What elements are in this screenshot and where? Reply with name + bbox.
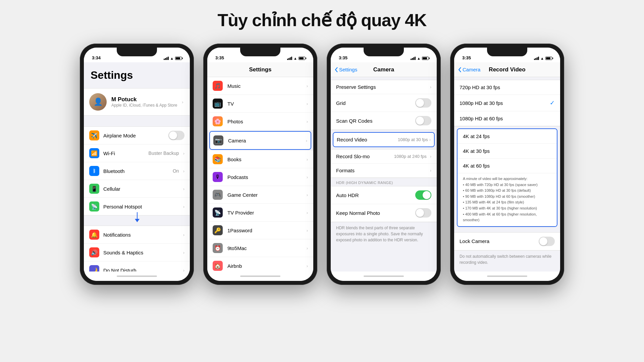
home-indicator-3 bbox=[364, 276, 404, 277]
lock-camera-group: Lock Camera bbox=[454, 232, 560, 251]
books-chevron: › bbox=[307, 157, 308, 162]
app-tvprovider[interactable]: 📡 TV Provider › bbox=[207, 204, 313, 222]
phone-2: 3:35 ▲ Settings 🎵 Mus bbox=[203, 44, 317, 285]
app-books[interactable]: 📚 Books › bbox=[207, 150, 313, 168]
grid-row[interactable]: Grid bbox=[331, 94, 437, 112]
rv-4k30[interactable]: 4K at 30 fps bbox=[458, 144, 557, 159]
autohdr-row[interactable]: Auto HDR bbox=[331, 186, 437, 204]
grid-toggle[interactable] bbox=[415, 98, 431, 108]
camera-back-btn[interactable]: Camera bbox=[458, 67, 480, 72]
scanqr-row[interactable]: Scan QR Codes bbox=[331, 112, 437, 130]
scanqr-label: Scan QR Codes bbox=[336, 118, 412, 124]
hdr-description: HDR blends the best parts of three separ… bbox=[331, 222, 437, 246]
preserve-settings-row[interactable]: Preserve Settings › bbox=[331, 80, 437, 94]
rv-4k60[interactable]: 4K at 60 fps bbox=[458, 159, 557, 173]
wifi-row[interactable]: 📶 Wi-Fi Buster Backup › bbox=[84, 144, 190, 162]
record-video-value: 1080p at 30 fps bbox=[398, 137, 428, 142]
camera-highlighted-row[interactable]: 📷 Camera › bbox=[209, 131, 311, 150]
time-3: 3:35 bbox=[339, 55, 347, 60]
lock-camera-desc: Do not automatically switch between came… bbox=[454, 251, 560, 268]
lock-camera-row[interactable]: Lock Camera bbox=[454, 233, 560, 250]
9to5mac-chevron: › bbox=[307, 246, 308, 251]
profile-chevron: › bbox=[182, 100, 183, 105]
phone4-content: 720p HD at 30 fps 1080p HD at 30 fps ✓ 1… bbox=[454, 77, 560, 272]
bottom-bar-3 bbox=[331, 272, 437, 281]
back-chevron-icon-4 bbox=[458, 67, 462, 72]
rv-1080p60-label: 1080p HD at 60 fps bbox=[460, 116, 555, 121]
music-label: Music bbox=[227, 83, 302, 89]
scanqr-toggle[interactable] bbox=[415, 116, 431, 125]
settings-back-btn[interactable]: Settings bbox=[335, 67, 357, 72]
battery-icon-1 bbox=[175, 57, 182, 60]
rv-720p[interactable]: 720p HD at 30 fps bbox=[454, 80, 560, 95]
phone-4: 3:35 ▲ Camera Record Video bbox=[450, 44, 564, 285]
rv-1080p30[interactable]: 1080p HD at 30 fps ✓ bbox=[454, 95, 560, 111]
bluetooth-chevron: › bbox=[183, 169, 184, 174]
spacer-rv2 bbox=[454, 229, 560, 232]
app-airbnb[interactable]: 🏠 Airbnb › bbox=[207, 257, 313, 272]
notifications-row[interactable]: 🔔 Notifications › bbox=[84, 226, 190, 244]
back-chevron-icon bbox=[335, 67, 338, 72]
rv-4k24[interactable]: 4K at 24 fps bbox=[458, 129, 557, 144]
airplane-toggle[interactable] bbox=[168, 131, 184, 140]
notch-4 bbox=[487, 48, 527, 56]
nav-title-4: Record Video bbox=[489, 66, 525, 73]
notifications-icon: 🔔 bbox=[89, 230, 99, 240]
profile-row[interactable]: 👤 M Potuck Apple ID, iCloud, iTunes & Ap… bbox=[84, 88, 190, 116]
app-photos[interactable]: 🌸 Photos › bbox=[207, 113, 313, 130]
nav-bar-3: Settings Camera bbox=[331, 62, 437, 77]
keepnormal-toggle[interactable] bbox=[415, 208, 431, 218]
dnd-chevron: › bbox=[183, 268, 184, 272]
app-9to5mac[interactable]: ⏰ 9to5Mac › bbox=[207, 239, 313, 257]
app-tv[interactable]: 📺 TV › bbox=[207, 95, 313, 113]
slo-mo-row[interactable]: Record Slo-mo 1080p at 240 fps › bbox=[331, 149, 437, 164]
airplane-label: Airplane Mode bbox=[103, 133, 164, 138]
app-1password[interactable]: 🔑 1Password › bbox=[207, 222, 313, 239]
dnd-row[interactable]: 🌙 Do Not Disturb › bbox=[84, 261, 190, 272]
rv-4k-group-highlighted: 4K at 24 fps 4K at 30 fps 4K at 60 fps A… bbox=[457, 128, 557, 227]
lock-camera-toggle[interactable] bbox=[539, 237, 555, 246]
sounds-icon: 🔊 bbox=[89, 247, 99, 257]
phones-container: 3:34 ▲ Settings 👤 bbox=[80, 44, 564, 285]
profile-sub: Apple ID, iCloud, iTunes & App Store bbox=[111, 103, 177, 108]
settings-header: Settings bbox=[84, 62, 190, 85]
signal-icon-2 bbox=[287, 57, 292, 60]
bottom-bar-2 bbox=[207, 272, 313, 281]
sounds-chevron: › bbox=[183, 250, 184, 255]
app-podcasts[interactable]: 🎙 Podcasts › bbox=[207, 168, 313, 186]
nav-title-3: Camera bbox=[373, 66, 394, 73]
camera-label: Camera bbox=[228, 138, 301, 143]
gamecenter-icon: 🎮 bbox=[213, 190, 223, 200]
photos-icon: 🌸 bbox=[213, 116, 223, 126]
back-label: Settings bbox=[339, 67, 357, 72]
rv-note: A minute of video will be approximately:… bbox=[458, 173, 557, 226]
tv-label: TV bbox=[227, 101, 302, 107]
time-2: 3:35 bbox=[215, 55, 224, 60]
grid-label: Grid bbox=[336, 100, 412, 106]
tvprovider-chevron: › bbox=[307, 210, 308, 215]
autohdr-toggle[interactable] bbox=[415, 190, 431, 200]
slomo-value: 1080p at 240 fps bbox=[394, 154, 427, 159]
bluetooth-row[interactable]: ᛒ Bluetooth On › bbox=[84, 162, 190, 180]
cellular-row[interactable]: 📱 Cellular › bbox=[84, 180, 190, 198]
hdr-section-header: HDR (HIGH DYNAMIC RANGE) bbox=[331, 178, 437, 186]
keepnormal-row[interactable]: Keep Normal Photo bbox=[331, 204, 437, 222]
arrow-spacer bbox=[84, 216, 190, 226]
rv-1080p60[interactable]: 1080p HD at 60 fps bbox=[454, 111, 560, 126]
airplane-mode-row[interactable]: ✈️ Airplane Mode bbox=[84, 127, 190, 144]
autohdr-label: Auto HDR bbox=[336, 192, 412, 198]
record-video-highlighted[interactable]: Record Video 1080p at 30 fps › bbox=[333, 132, 435, 147]
camera-back-label: Camera bbox=[463, 67, 480, 72]
sounds-row[interactable]: 🔊 Sounds & Haptics › bbox=[84, 244, 190, 261]
slomo-chevron: › bbox=[430, 154, 431, 159]
app-music[interactable]: 🎵 Music › bbox=[207, 77, 313, 95]
tvprovider-icon: 📡 bbox=[213, 207, 223, 218]
formats-row[interactable]: Formats › bbox=[331, 164, 437, 178]
hotspot-label: Personal Hotspot bbox=[103, 204, 179, 209]
camera-row-inner[interactable]: 📷 Camera › bbox=[210, 132, 311, 149]
app-gamecenter[interactable]: 🎮 Game Center › bbox=[207, 186, 313, 204]
dnd-label: Do Not Disturb bbox=[103, 267, 179, 272]
record-video-row[interactable]: Record Video 1080p at 30 fps › bbox=[333, 133, 434, 146]
phone-3: 3:35 ▲ Settings Camera bbox=[327, 44, 441, 285]
photos-label: Photos bbox=[227, 119, 302, 124]
